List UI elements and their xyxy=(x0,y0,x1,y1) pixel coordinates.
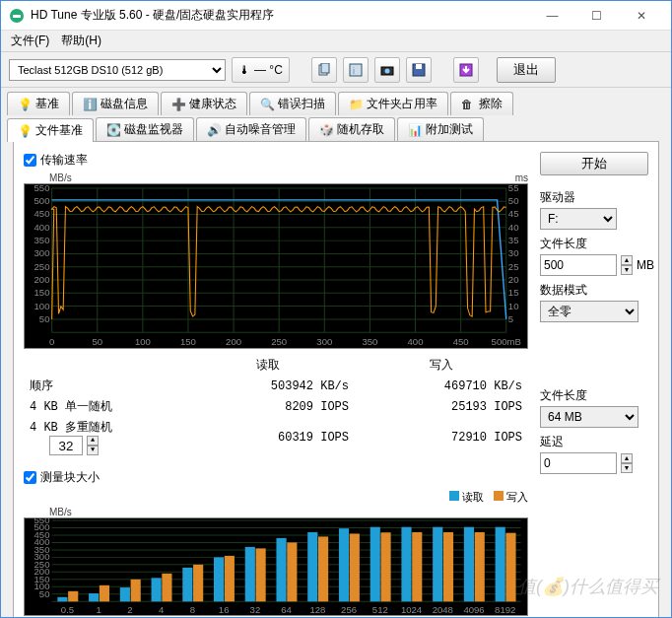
svg-rect-102 xyxy=(182,568,192,601)
block-size-checkbox[interactable] xyxy=(24,471,36,484)
close-button[interactable]: ✕ xyxy=(619,2,663,30)
tab-container: 💡基准ℹ️磁盘信息➕健康状态🔍错误扫描📁文件夹占用率🗑擦除 💡文件基准💽磁盘监视… xyxy=(1,88,671,618)
block-size-text: 测量块大小 xyxy=(40,469,100,486)
bulb-icon: 💡 xyxy=(18,98,32,111)
spin-down[interactable]: ▼ xyxy=(621,463,633,473)
svg-rect-129 xyxy=(464,527,474,602)
svg-text:250: 250 xyxy=(271,337,287,347)
svg-text:2048: 2048 xyxy=(433,605,453,615)
bulb2-icon: 💡 xyxy=(18,124,32,138)
file-length2-label: 文件长度 xyxy=(540,387,648,404)
svg-rect-106 xyxy=(225,556,235,601)
svg-text:15: 15 xyxy=(508,289,519,299)
svg-text:450: 450 xyxy=(453,337,469,347)
menu-file[interactable]: 文件(F) xyxy=(5,31,55,51)
spin-up[interactable]: ▲ xyxy=(621,255,633,265)
tab-磁盘信息[interactable]: ℹ️磁盘信息 xyxy=(72,92,159,115)
start-button[interactable]: 开始 xyxy=(540,152,648,175)
results-table: 读取 写入 顺序 503942 KB/s 469710 KB/s 4 KB 单一… xyxy=(24,355,528,457)
maximize-button[interactable]: ☐ xyxy=(574,2,619,30)
svg-text:400: 400 xyxy=(408,337,424,347)
svg-text:2: 2 xyxy=(127,605,132,615)
spin-down[interactable]: ▼ xyxy=(87,446,99,455)
svg-text:350: 350 xyxy=(34,236,50,245)
info-icon: ℹ️ xyxy=(83,98,97,111)
scan-icon: 🔍 xyxy=(260,98,274,111)
svg-rect-9 xyxy=(416,64,422,69)
screenshot-button[interactable] xyxy=(374,57,400,83)
svg-rect-108 xyxy=(245,547,255,601)
transfer-rate-checkbox-label[interactable]: 传输速率 xyxy=(24,152,528,169)
copy-info-button[interactable]: i xyxy=(343,57,369,83)
menu-help[interactable]: 帮助(H) xyxy=(55,31,107,51)
drive-letter-select[interactable]: F: xyxy=(540,208,617,230)
spin-up[interactable]: ▲ xyxy=(621,453,633,463)
data-mode-select[interactable]: 全零 xyxy=(540,301,638,322)
svg-text:250: 250 xyxy=(34,262,50,272)
tab-基准[interactable]: 💡基准 xyxy=(7,92,70,115)
tab-自动噪音管理[interactable]: 🔊自动噪音管理 xyxy=(196,117,306,141)
spin-down[interactable]: ▼ xyxy=(621,265,633,275)
svg-rect-111 xyxy=(276,538,286,601)
svg-text:400: 400 xyxy=(34,223,50,233)
tab-随机存取[interactable]: 🎲随机存取 xyxy=(308,117,395,141)
minimize-button[interactable]: — xyxy=(530,2,574,30)
svg-text:4: 4 xyxy=(159,605,164,615)
save-button[interactable] xyxy=(406,57,432,83)
side-panel: 开始 驱动器 F: 文件长度 ▲▼ MB 数据模式 全零 文件长度 64 MB … xyxy=(540,152,648,616)
tab-附加测试[interactable]: 📊附加测试 xyxy=(397,117,484,141)
svg-text:200: 200 xyxy=(226,337,241,347)
svg-text:300: 300 xyxy=(316,337,332,347)
svg-rect-96 xyxy=(120,587,130,601)
file-length2-select[interactable]: 64 MB xyxy=(540,406,638,428)
svg-rect-105 xyxy=(214,557,224,601)
block-size-chart: 501001502002503003504004505005500.512481… xyxy=(24,517,528,616)
col-read: 读取 xyxy=(181,355,355,376)
svg-rect-1 xyxy=(13,15,21,18)
tab-错误扫描[interactable]: 🔍错误扫描 xyxy=(249,92,336,115)
folder-icon: 📁 xyxy=(349,98,363,111)
svg-text:500mB: 500mB xyxy=(492,337,521,347)
drive-selector[interactable]: Teclast 512GB DS10 (512 gB) xyxy=(9,59,226,81)
svg-rect-124 xyxy=(412,532,422,601)
transfer-rate-checkbox[interactable] xyxy=(24,154,36,167)
tab-文件夹占用率[interactable]: 📁文件夹占用率 xyxy=(338,92,448,115)
tab-健康状态[interactable]: ➕健康状态 xyxy=(161,92,247,115)
thermometer-icon: 🌡 xyxy=(238,63,250,77)
svg-rect-133 xyxy=(505,533,515,602)
file-length-input[interactable] xyxy=(540,254,617,276)
svg-text:200: 200 xyxy=(34,275,50,285)
copy-text-button[interactable] xyxy=(311,57,337,83)
svg-point-7 xyxy=(384,68,389,73)
svg-rect-3 xyxy=(321,63,329,73)
random-icon: 🎲 xyxy=(319,123,333,137)
spin-up[interactable]: ▲ xyxy=(87,436,99,446)
monitor-icon: 💽 xyxy=(106,123,120,137)
app-icon xyxy=(9,8,25,24)
tab-擦除[interactable]: 🗑擦除 xyxy=(450,92,513,115)
options-button[interactable] xyxy=(453,57,479,83)
tab-文件基准[interactable]: 💡文件基准 xyxy=(7,118,94,142)
sound-icon: 🔊 xyxy=(207,123,221,137)
block-size-checkbox-label[interactable]: 测量块大小 xyxy=(24,469,528,486)
svg-text:45: 45 xyxy=(508,210,519,220)
svg-text:512: 512 xyxy=(372,605,388,615)
svg-text:100: 100 xyxy=(34,302,50,311)
health-icon: ➕ xyxy=(171,98,185,111)
y-axis-unit-right: ms xyxy=(515,172,528,183)
svg-text:128: 128 xyxy=(309,605,325,615)
svg-text:20: 20 xyxy=(508,275,519,285)
delay-input[interactable] xyxy=(540,452,617,474)
svg-rect-99 xyxy=(152,578,162,601)
drive-letter-label: 驱动器 xyxy=(540,189,648,206)
exit-button[interactable]: 退出 xyxy=(497,57,556,83)
temperature-display: 🌡 — °C xyxy=(232,57,290,83)
svg-rect-103 xyxy=(193,565,203,601)
thread-count-input[interactable] xyxy=(49,436,83,455)
tab-磁盘监视器[interactable]: 💽磁盘监视器 xyxy=(96,117,194,141)
svg-text:0.5: 0.5 xyxy=(61,605,74,615)
svg-rect-4 xyxy=(350,64,362,76)
svg-text:35: 35 xyxy=(508,236,519,245)
svg-rect-109 xyxy=(256,548,266,601)
extra-icon: 📊 xyxy=(408,123,422,137)
